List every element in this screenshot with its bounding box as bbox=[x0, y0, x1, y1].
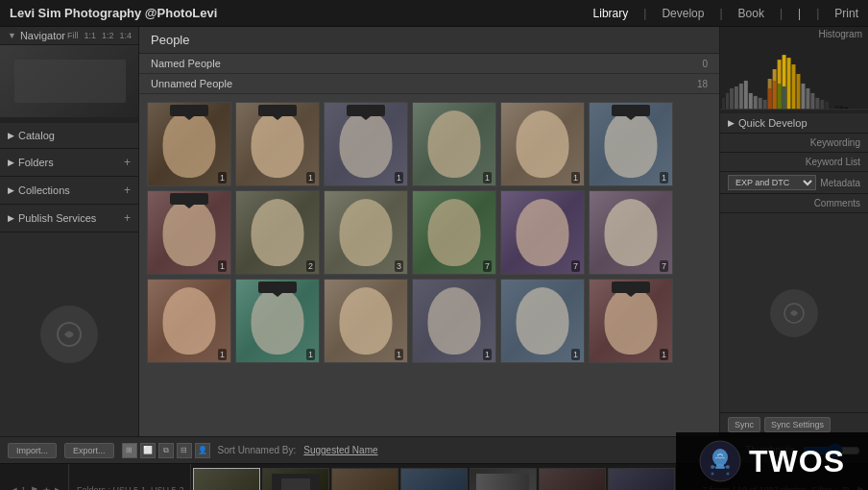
catalog-arrow: ▶ bbox=[8, 131, 14, 140]
loupe-view-icon[interactable]: ⬜ bbox=[140, 443, 156, 458]
nav-print[interactable]: Print bbox=[834, 7, 858, 20]
publish-services-header[interactable]: ▶ Publish Services + bbox=[0, 208, 138, 228]
unnamed-people-row[interactable]: Unnamed People 18 bbox=[139, 74, 719, 94]
filmstrip-nav-left[interactable]: ◀ bbox=[10, 485, 17, 491]
thumb-count-2: 1 bbox=[306, 172, 315, 184]
quick-develop-arrow: ▶ bbox=[728, 118, 735, 128]
photo-thumb-8[interactable]: 2 bbox=[235, 190, 320, 275]
svg-rect-21 bbox=[783, 86, 786, 110]
keyword-list-header[interactable]: Keyword List bbox=[720, 153, 868, 171]
svg-rect-28 bbox=[830, 104, 833, 110]
navigator-label[interactable]: Navigator bbox=[20, 30, 65, 41]
keyword-list-section: Keyword List bbox=[720, 153, 868, 172]
thumb-count-15: 1 bbox=[395, 349, 403, 360]
collections-arrow: ▶ bbox=[8, 185, 14, 195]
photo-thumb-7[interactable]: 1 bbox=[147, 190, 231, 275]
thumb-count-4: 1 bbox=[483, 172, 492, 184]
filmstrip-thumb-2[interactable] bbox=[262, 468, 329, 490]
folders-add-btn[interactable]: + bbox=[124, 156, 131, 169]
sync-button[interactable]: Sync bbox=[728, 417, 760, 432]
comments-section: Comments bbox=[720, 194, 868, 213]
nav-develop[interactable]: Develop bbox=[662, 7, 704, 20]
photo-thumb-10[interactable]: 7 bbox=[412, 190, 496, 275]
filmstrip-page: 1 bbox=[21, 485, 26, 490]
sync-settings-button[interactable]: Sync Settings bbox=[764, 417, 831, 432]
nav-slideshow[interactable]: | bbox=[798, 7, 801, 20]
comments-header[interactable]: Comments bbox=[720, 194, 868, 212]
catalog-header[interactable]: ▶ Catalog bbox=[0, 127, 138, 144]
nav-fill[interactable]: Fill bbox=[67, 31, 79, 40]
folders-header[interactable]: ▶ Folders + bbox=[0, 153, 138, 172]
svg-rect-15 bbox=[787, 58, 791, 110]
twos-text: TWOS bbox=[749, 444, 845, 479]
filmstrip-thumb-4[interactable] bbox=[400, 468, 468, 490]
svg-rect-25 bbox=[815, 98, 819, 110]
photo-thumb-17[interactable]: 1 bbox=[500, 279, 585, 363]
nav-1-2[interactable]: 1:2 bbox=[102, 31, 114, 40]
sort-label: Sort Unnamed By: bbox=[218, 445, 297, 455]
svg-rect-23 bbox=[806, 88, 809, 110]
photo-thumb-2[interactable]: 1 bbox=[235, 102, 320, 186]
right-panel-icon bbox=[770, 289, 818, 337]
filmstrip-thumb-7[interactable] bbox=[608, 468, 675, 490]
metadata-label: Metadata bbox=[820, 178, 860, 188]
people-view-icon[interactable]: 👤 bbox=[195, 443, 210, 458]
navigator-panel: ▼ Navigator Fill 1:1 1:2 1:4 bbox=[0, 27, 139, 123]
thumb-count-16: 1 bbox=[483, 349, 492, 360]
catalog-label: Catalog bbox=[18, 130, 55, 141]
center-panel: People Named People 0 Unnamed People 18 … bbox=[139, 27, 719, 436]
nav-book[interactable]: Book bbox=[738, 7, 764, 20]
publish-arrow: ▶ bbox=[8, 213, 14, 223]
photo-thumb-13[interactable]: 1 bbox=[147, 279, 231, 363]
filmstrip-thumb-5[interactable] bbox=[470, 468, 537, 490]
quick-develop-label: Quick Develop bbox=[738, 117, 808, 129]
filmstrip-star-icon[interactable]: ★ bbox=[42, 485, 51, 491]
named-people-row[interactable]: Named People 0 bbox=[139, 54, 719, 74]
collections-add-btn[interactable]: + bbox=[124, 184, 131, 197]
people-title: People bbox=[151, 33, 189, 47]
named-people-label: Named People bbox=[151, 58, 221, 69]
exp-dropdown[interactable]: EXP and DTC bbox=[728, 175, 816, 190]
photo-thumb-9[interactable]: 3 bbox=[324, 190, 408, 275]
import-button[interactable]: Import... bbox=[8, 443, 57, 458]
filmstrip-thumb-1[interactable] bbox=[193, 468, 260, 490]
filmstrip-path: Folders : USU 5-1, USU 5-2 bbox=[77, 485, 184, 490]
nav-1-4[interactable]: 1:4 bbox=[119, 31, 132, 40]
histogram-chart bbox=[720, 40, 868, 112]
keywording-section: Keywording bbox=[720, 134, 868, 153]
filmstrip-thumb-6[interactable] bbox=[539, 468, 606, 490]
photo-thumb-6[interactable]: 1 bbox=[589, 102, 673, 186]
photo-thumb-5[interactable]: 1 bbox=[500, 102, 585, 186]
photo-thumb-11[interactable]: 7 bbox=[500, 190, 585, 275]
photo-thumb-12[interactable]: 7 bbox=[589, 190, 673, 275]
filmstrip-flag-icon[interactable]: ⚑ bbox=[30, 485, 38, 491]
photo-thumb-16[interactable]: 1 bbox=[412, 279, 496, 363]
nav-library[interactable]: Library bbox=[593, 7, 629, 20]
folders-arrow: ▶ bbox=[8, 158, 14, 167]
thumb-count-14: 1 bbox=[306, 349, 315, 360]
sort-value[interactable]: Suggested Name bbox=[303, 445, 377, 455]
svg-rect-24 bbox=[810, 93, 814, 110]
photo-thumb-14[interactable]: 1 bbox=[235, 279, 320, 363]
keywording-header[interactable]: Keywording bbox=[720, 134, 868, 152]
photo-thumb-3[interactable]: 1 bbox=[324, 102, 408, 186]
survey-view-icon[interactable]: ⊟ bbox=[177, 443, 192, 458]
grid-view-icon[interactable]: ⊞ bbox=[122, 443, 137, 458]
svg-rect-27 bbox=[825, 102, 829, 110]
filmstrip-thumb-3[interactable] bbox=[331, 468, 398, 490]
export-button[interactable]: Export... bbox=[64, 443, 114, 458]
photo-thumb-15[interactable]: 1 bbox=[324, 279, 408, 363]
nav-1-1[interactable]: 1:1 bbox=[84, 31, 96, 40]
thumb-count-7: 1 bbox=[218, 260, 227, 272]
filmstrip-nav-right[interactable]: ▶ bbox=[55, 485, 62, 491]
filmstrip-info: Folders : USU 5-1, USU 5-2 bbox=[71, 464, 191, 490]
photo-thumb-4[interactable]: 1 bbox=[412, 102, 496, 186]
quick-develop-header[interactable]: ▶ Quick Develop bbox=[720, 113, 868, 133]
svg-rect-29 bbox=[834, 106, 838, 110]
photo-thumb-1[interactable]: 1 bbox=[147, 102, 231, 186]
collections-header[interactable]: ▶ Collections + bbox=[0, 181, 138, 200]
publish-add-btn[interactable]: + bbox=[124, 211, 131, 225]
svg-rect-16 bbox=[792, 64, 796, 110]
compare-view-icon[interactable]: ⧉ bbox=[158, 443, 174, 458]
photo-thumb-18[interactable]: 1 bbox=[589, 279, 673, 363]
